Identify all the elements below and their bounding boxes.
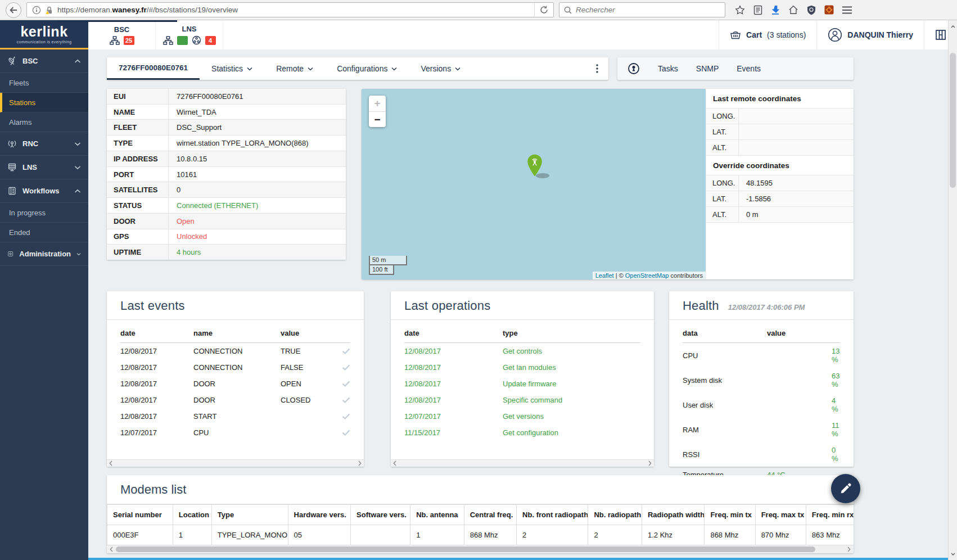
operation-type-link[interactable]: Update firmware bbox=[503, 380, 640, 388]
link-tasks[interactable]: Tasks bbox=[658, 64, 678, 73]
cell-antenna: 1 bbox=[410, 525, 464, 545]
sidebar-item-workflows[interactable]: Workflows bbox=[0, 179, 88, 203]
sidebar-label: Ended bbox=[9, 228, 30, 237]
url-text[interactable]: https://demoran.wanesy.fr/#/bsc/stations… bbox=[57, 6, 238, 14]
table-row: 11/15/2017Get configuration bbox=[404, 424, 640, 441]
shield-extension-icon[interactable] bbox=[807, 5, 816, 15]
event-name: DOOR bbox=[193, 396, 281, 404]
sidebar-item-alarms[interactable]: Alarms bbox=[0, 112, 88, 132]
sidebar-item-lns[interactable]: LNS bbox=[0, 156, 88, 179]
browser-toolbar: https://demoran.wanesy.fr/#/bsc/stations… bbox=[0, 0, 957, 20]
leaflet-link[interactable]: Leaflet bbox=[595, 272, 614, 279]
operation-type-link[interactable]: Get versions bbox=[503, 412, 640, 421]
downloads-icon[interactable] bbox=[771, 5, 780, 15]
browser-search-field[interactable]: Rechercher bbox=[559, 2, 725, 17]
col-header: Location bbox=[173, 505, 211, 525]
window-scrollbar[interactable] bbox=[948, 20, 957, 560]
table-row[interactable]: 000E3F 1 TYPE_LORA_MONO 05 1 868 Mhz 2 2… bbox=[107, 525, 854, 545]
gear-extension-icon[interactable] bbox=[824, 5, 834, 15]
lns-ok-badge: 0 bbox=[177, 36, 188, 45]
scroll-up-icon[interactable] bbox=[951, 25, 955, 28]
sidebar-item-in-progress[interactable]: In progress bbox=[0, 203, 88, 223]
event-name: START bbox=[193, 412, 281, 421]
table-row: 12/08/2017DOORCLOSED bbox=[120, 392, 350, 408]
table-row: UPTIME4 hours bbox=[107, 245, 346, 260]
keyhole-icon[interactable] bbox=[628, 62, 640, 75]
horizontal-scrollbar[interactable] bbox=[391, 459, 654, 467]
cart-button[interactable]: Cart (3 stations) bbox=[719, 20, 816, 49]
map-scale-control: 50 m 100 ft bbox=[369, 256, 407, 275]
scroll-left-icon[interactable] bbox=[110, 547, 113, 552]
zoom-out-button[interactable]: − bbox=[369, 111, 386, 127]
table-row: 12/08/2017Update firmware bbox=[404, 376, 640, 392]
operation-type-link[interactable]: Get lan modules bbox=[503, 363, 640, 372]
tab-versions[interactable]: Versions bbox=[409, 57, 472, 80]
scroll-down-icon[interactable] bbox=[951, 553, 955, 556]
check-icon bbox=[342, 348, 350, 354]
col-header-type: type bbox=[503, 329, 640, 337]
sidebar-item-ended[interactable]: Ended bbox=[0, 223, 88, 242]
link-events[interactable]: Events bbox=[737, 64, 761, 73]
table-row: 12/08/2017CONNECTIONFALSE bbox=[120, 359, 350, 376]
url-bar[interactable]: https://demoran.wanesy.fr/#/bsc/stations… bbox=[26, 2, 554, 17]
health-percent: 11 % bbox=[832, 421, 840, 438]
sidebar-item-rnc[interactable]: RNC bbox=[0, 132, 88, 156]
health-percent: 63 % bbox=[832, 372, 840, 389]
health-metric: RAM bbox=[683, 426, 767, 434]
coord-value: 48.1595 bbox=[739, 175, 773, 191]
tab-remote[interactable]: Remote bbox=[264, 57, 325, 80]
bookmark-star-icon[interactable] bbox=[735, 5, 745, 15]
scroll-right-icon[interactable] bbox=[847, 547, 851, 552]
reload-icon[interactable] bbox=[540, 6, 548, 14]
uptime-value: 4 hours bbox=[169, 245, 201, 260]
map-zoom-control: + − bbox=[369, 96, 386, 127]
reading-list-icon[interactable] bbox=[753, 5, 762, 15]
insecure-lock-icon[interactable] bbox=[45, 6, 53, 15]
sidebar-item-administration[interactable]: Administration bbox=[0, 242, 88, 266]
cell-radiopath-width: 1.2 Khz bbox=[642, 525, 704, 545]
station-map-marker[interactable] bbox=[526, 154, 553, 179]
zoom-in-button[interactable]: + bbox=[369, 96, 386, 111]
edit-fab-button[interactable] bbox=[831, 474, 860, 503]
operation-type-link[interactable]: Specific command bbox=[503, 396, 640, 404]
horizontal-scrollbar[interactable] bbox=[107, 459, 364, 467]
col-header: Software vers. bbox=[351, 505, 410, 525]
header-tab-bsc[interactable]: BSC 25 bbox=[88, 20, 156, 49]
user-menu[interactable]: DANQUIN Thierry bbox=[816, 20, 924, 49]
scroll-left-icon[interactable] bbox=[393, 460, 396, 466]
scrollbar-thumb[interactable] bbox=[116, 547, 815, 552]
home-icon[interactable] bbox=[788, 5, 798, 15]
link-snmp[interactable]: SNMP bbox=[696, 64, 719, 73]
scroll-right-icon[interactable] bbox=[648, 460, 652, 466]
operation-type-link[interactable]: Get configuration bbox=[503, 428, 640, 437]
menu-hamburger-icon[interactable] bbox=[842, 6, 852, 14]
page-info-icon[interactable] bbox=[32, 6, 41, 15]
operation-type-link[interactable]: Get controls bbox=[503, 347, 640, 355]
kerlink-logo[interactable]: kerlink communication is everything bbox=[0, 20, 88, 49]
scroll-right-icon[interactable] bbox=[358, 460, 362, 466]
status-value: Connected (ETHERNET) bbox=[169, 198, 258, 213]
health-timestamp: 12/08/2017 4:06:06 PM bbox=[728, 303, 805, 311]
table-row: 12/07/2017CPU bbox=[120, 424, 350, 441]
tab-statistics[interactable]: Statistics bbox=[200, 57, 264, 80]
info-value: DSC_Support bbox=[169, 120, 222, 135]
info-label: EUI bbox=[107, 89, 169, 104]
header-tab-lns[interactable]: LNS 0 4 bbox=[156, 20, 223, 49]
table-row: 12/08/2017Specific command bbox=[404, 392, 640, 408]
operation-date: 12/08/2017 bbox=[404, 396, 503, 404]
tab-configurations[interactable]: Configurations bbox=[325, 57, 409, 80]
sidebar-item-bsc[interactable]: BSC bbox=[0, 49, 88, 73]
horizontal-scrollbar[interactable] bbox=[107, 545, 854, 553]
table-row: 12/08/2017Get lan modules bbox=[404, 359, 640, 376]
scrollbar-thumb[interactable] bbox=[950, 53, 956, 188]
scroll-left-icon[interactable] bbox=[109, 460, 112, 466]
sidebar-item-stations[interactable]: Stations bbox=[0, 93, 88, 112]
door-value: Open bbox=[169, 214, 195, 229]
cart-basket-icon bbox=[730, 30, 741, 40]
browser-back-button[interactable] bbox=[6, 2, 21, 18]
map[interactable]: + − 50 m 100 ft Leaflet | © Op bbox=[362, 89, 706, 279]
osm-link[interactable]: OpenStreetMap bbox=[625, 272, 669, 279]
sidebar-item-fleets[interactable]: Fleets bbox=[0, 73, 88, 93]
tab-bar-menu-button[interactable] bbox=[586, 64, 608, 73]
tab-station-id[interactable]: 7276FF00080E0761 bbox=[107, 57, 200, 80]
